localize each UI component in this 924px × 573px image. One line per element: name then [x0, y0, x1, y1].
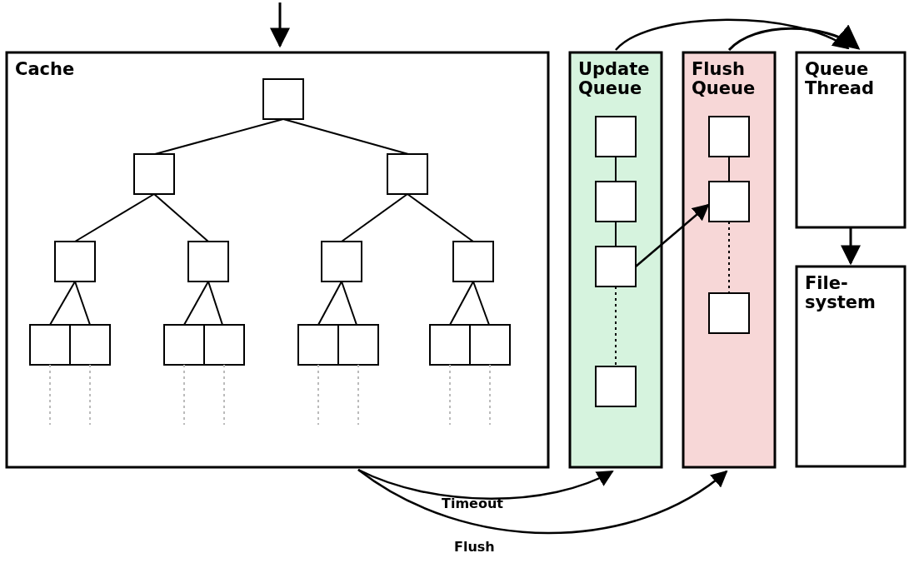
svg-rect-4 [387, 154, 427, 194]
flush-queue-label-1: Flush [692, 59, 745, 79]
svg-rect-39 [596, 182, 636, 222]
svg-rect-26 [338, 325, 378, 365]
cache-label: Cache [15, 59, 74, 79]
arrow-cache-to-flushqueue [358, 470, 727, 533]
filesystem-label-1: File- [805, 273, 848, 293]
svg-rect-46 [709, 182, 749, 222]
svg-rect-28 [470, 325, 510, 365]
update-queue-label-1: Update [578, 59, 650, 79]
flush-label: Flush [454, 539, 495, 555]
svg-rect-3 [134, 154, 174, 194]
queue-thread-label-1: Queue [805, 59, 868, 79]
svg-rect-41 [596, 247, 636, 286]
svg-rect-0 [263, 79, 303, 119]
flush-queue-box [683, 52, 775, 467]
svg-rect-21 [30, 325, 70, 365]
svg-rect-11 [322, 242, 362, 282]
svg-rect-22 [70, 325, 110, 365]
timeout-label: Timeout [442, 496, 503, 511]
architecture-diagram: Cache [0, 0, 924, 573]
svg-rect-43 [596, 366, 636, 406]
svg-rect-48 [709, 293, 749, 333]
arrow-flushqueue-to-queuethread [729, 28, 858, 50]
filesystem-label-2: system [805, 292, 876, 312]
svg-rect-10 [188, 242, 228, 282]
svg-rect-25 [298, 325, 338, 365]
flush-queue-label-2: Queue [692, 78, 755, 98]
svg-rect-9 [55, 242, 95, 282]
svg-rect-23 [164, 325, 204, 365]
svg-rect-37 [596, 117, 636, 157]
update-queue-label-2: Queue [578, 78, 642, 98]
svg-rect-12 [453, 242, 493, 282]
svg-rect-27 [430, 325, 470, 365]
svg-rect-44 [709, 117, 749, 157]
svg-rect-24 [204, 325, 244, 365]
queue-thread-label-2: Thread [805, 78, 874, 98]
